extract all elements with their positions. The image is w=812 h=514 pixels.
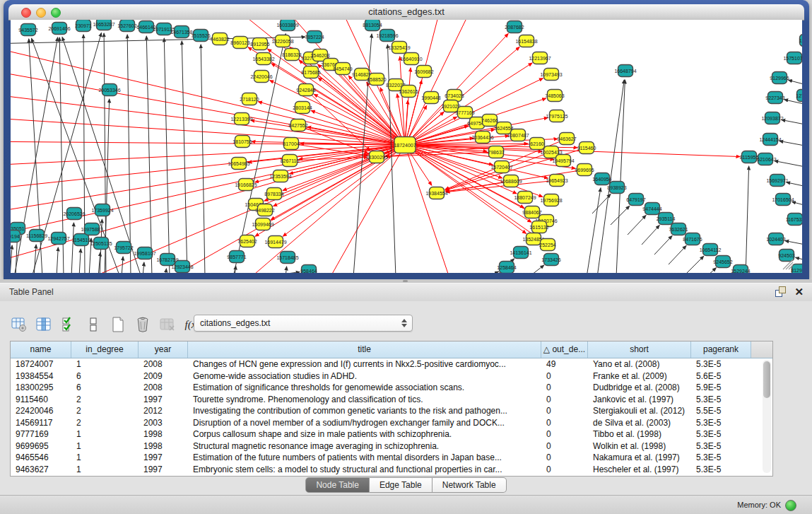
graph-node-yellow[interactable]: 22420046 bbox=[250, 71, 272, 83]
graph-node-yellow[interactable]: 19384554 bbox=[425, 187, 447, 199]
table-row[interactable]: 969969511998Structural magnetic resonanc… bbox=[11, 440, 772, 452]
graph-node-teal[interactable]: 20206526 bbox=[63, 208, 85, 220]
graph-node-teal[interactable]: 12093872 bbox=[761, 112, 783, 124]
delete-table-icon[interactable] bbox=[158, 315, 177, 334]
graph-node-teal[interactable]: 9435572 bbox=[18, 24, 37, 36]
table-row[interactable]: 911546021997Tourette syndrome. Phenomeno… bbox=[11, 394, 772, 406]
table-row[interactable]: 1456911722003Disruption of a novel membe… bbox=[11, 417, 772, 429]
graph-node-teal[interactable]: 15692971 bbox=[766, 175, 788, 187]
graph-node-yellow[interactable]: 12213967 bbox=[529, 52, 551, 64]
graph-node-yellow[interactable]: 18724007 bbox=[394, 137, 416, 153]
graph-node-yellow[interactable]: 8912955 bbox=[250, 38, 269, 50]
graph-node-teal[interactable]: 1640954 bbox=[592, 173, 611, 185]
graph-node-yellow[interactable]: 1588520 bbox=[367, 74, 386, 86]
graph-node-yellow[interactable]: 8960123 bbox=[230, 37, 249, 49]
graph-node-yellow[interactable]: 817004 bbox=[283, 138, 299, 150]
graph-node-teal[interactable]: 7857224 bbox=[305, 31, 324, 43]
table-row[interactable]: 946362711997Embryonic stem cells: a mode… bbox=[11, 464, 772, 476]
graph-node-teal[interactable]: 2087682 bbox=[505, 21, 524, 33]
graph-node-teal[interactable]: 9857771 bbox=[227, 251, 246, 263]
graph-node-teal[interactable]: 8813054 bbox=[363, 20, 382, 31]
graph-node-teal[interactable]: 19958107 bbox=[134, 247, 155, 259]
table-mode-icon[interactable] bbox=[10, 315, 28, 334]
graph-node-teal[interactable]: 15718485 bbox=[276, 252, 298, 264]
graph-node-yellow[interactable]: 1609682 bbox=[414, 66, 433, 78]
graph-node-teal[interactable]: 12942757 bbox=[47, 233, 69, 245]
graph-node-yellow[interactable]: 1810755 bbox=[233, 136, 252, 148]
graph-node-teal[interactable]: 1167533 bbox=[786, 214, 802, 226]
table-selector-combobox[interactable]: citations_edges.txt bbox=[194, 315, 413, 332]
graph-node-yellow[interactable]: 798637 bbox=[488, 146, 504, 158]
graph-node-teal[interactable]: 1795722 bbox=[114, 242, 133, 254]
graph-node-yellow[interactable]: 8186328 bbox=[282, 49, 301, 61]
graph-node-yellow[interactable]: 16543382 bbox=[252, 53, 274, 65]
graph-node-teal[interactable]: 9245652 bbox=[713, 256, 732, 268]
graph-node-teal[interactable]: 20691406 bbox=[48, 23, 70, 35]
graph-node-teal[interactable]: 958464 bbox=[300, 265, 317, 274]
tab-edge-table[interactable]: Edge Table bbox=[370, 477, 433, 493]
graph-node-yellow[interactable]: 18226058 bbox=[271, 35, 293, 47]
graph-node-teal[interactable]: 9474444 bbox=[642, 203, 661, 215]
graph-node-teal[interactable]: 2935114 bbox=[657, 213, 676, 225]
graph-node-teal[interactable]: 9129966 bbox=[770, 72, 789, 84]
graph-node-teal[interactable]: 14136141 bbox=[510, 247, 531, 259]
column-header-pagerank[interactable]: pagerank bbox=[691, 341, 751, 358]
graph-node-teal[interactable]: 127741 bbox=[796, 90, 802, 102]
column-header-out-degree[interactable]: △ out_de... bbox=[541, 341, 588, 358]
graph-node-yellow[interactable]: 19756928 bbox=[540, 194, 562, 206]
graph-node-yellow[interactable]: 17975125 bbox=[546, 110, 567, 122]
graph-node-yellow[interactable]: 15099469 bbox=[252, 218, 273, 230]
graph-node-teal[interactable]: 7515526 bbox=[191, 30, 210, 42]
table-row[interactable]: 946554611997Estimation of the future num… bbox=[11, 452, 772, 464]
graph-node-yellow[interactable]: 1362615 bbox=[399, 86, 418, 98]
graph-node-yellow[interactable]: 9463627 bbox=[557, 133, 576, 145]
graph-node-yellow[interactable]: 2803144 bbox=[293, 102, 312, 114]
graph-node-teal[interactable]: 19218596 bbox=[376, 30, 398, 42]
graph-node-yellow[interactable]: 8454749 bbox=[333, 63, 352, 75]
graph-node-teal[interactable]: 7632621 bbox=[669, 223, 688, 235]
show-columns-icon[interactable] bbox=[35, 315, 53, 334]
delete-column-icon[interactable] bbox=[134, 315, 152, 334]
table-row[interactable]: 2242004622012Investigating the contribut… bbox=[11, 405, 772, 417]
graph-node-yellow[interactable]: 9242848 bbox=[296, 84, 315, 96]
graph-node-yellow[interactable]: 1615132 bbox=[529, 221, 548, 233]
graph-node-yellow[interactable]: 746266 bbox=[481, 115, 498, 127]
column-header-year[interactable]: year bbox=[139, 341, 188, 358]
graph-node-teal[interactable]: 15751074 bbox=[783, 52, 802, 64]
graph-node-yellow[interactable]: 7625402 bbox=[237, 235, 257, 247]
network-canvas[interactable]: 1872400718300295193845548960123891295518… bbox=[11, 20, 802, 273]
table-vertical-scrollbar[interactable] bbox=[763, 360, 771, 473]
graph-node-yellow[interactable]: 9498222 bbox=[255, 204, 274, 216]
graph-node-yellow[interactable]: 1990448 bbox=[421, 92, 440, 104]
graph-node-yellow[interactable]: 7485063 bbox=[545, 90, 564, 102]
graph-node-yellow[interactable]: 9699695 bbox=[575, 164, 594, 176]
graph-node-yellow[interactable]: 8175685 bbox=[301, 66, 320, 78]
tab-node-table[interactable]: Node Table bbox=[305, 477, 370, 493]
table-row[interactable]: 977716911998Corpus callosum shape and si… bbox=[11, 428, 772, 440]
graph-node-teal[interactable]: 111230 bbox=[799, 35, 802, 47]
graph-node-teal[interactable]: 8471676 bbox=[683, 233, 702, 245]
graph-node-teal[interactable]: 39194 bbox=[11, 230, 20, 243]
table-row[interactable]: 1938455462009Genome-wide association stu… bbox=[11, 370, 772, 382]
graph-node-teal[interactable]: 1527602 bbox=[117, 20, 136, 32]
float-panel-icon[interactable] bbox=[775, 286, 786, 297]
graph-node-yellow[interactable]: 9777169 bbox=[455, 107, 474, 119]
table-row[interactable]: 1872400712008Changes of HCN gene express… bbox=[11, 358, 772, 370]
column-header-title[interactable]: title bbox=[188, 341, 541, 358]
network-window[interactable]: citations_edges.txt 18724007183002951938… bbox=[4, 0, 809, 279]
graph-node-teal[interactable]: 8115955 bbox=[740, 151, 759, 163]
graph-node-teal[interactable]: 10653287 bbox=[93, 20, 114, 30]
graph-node-teal[interactable]: 20053346 bbox=[98, 84, 120, 96]
graph-node-yellow[interactable]: 62160 bbox=[530, 138, 545, 150]
graph-node-teal[interactable]: 17016504 bbox=[772, 194, 794, 206]
column-header-short[interactable]: short bbox=[588, 341, 691, 358]
graph-node-teal[interactable]: 1733426 bbox=[541, 254, 560, 266]
graph-node-teal[interactable]: 17359924 bbox=[91, 204, 113, 216]
graph-node-yellow[interactable]: 2718120 bbox=[240, 93, 259, 105]
graph-node-yellow[interactable]: 19654923 bbox=[546, 175, 567, 187]
graph-node-teal[interactable]: 6479197 bbox=[626, 194, 645, 206]
graph-node-yellow[interactable]: 9115460 bbox=[577, 142, 596, 154]
graph-node-teal[interactable]: 12444154 bbox=[759, 134, 781, 146]
graph-node-yellow[interactable]: 252254 bbox=[539, 239, 555, 251]
graph-node-teal[interactable]: 1529244 bbox=[731, 265, 750, 274]
